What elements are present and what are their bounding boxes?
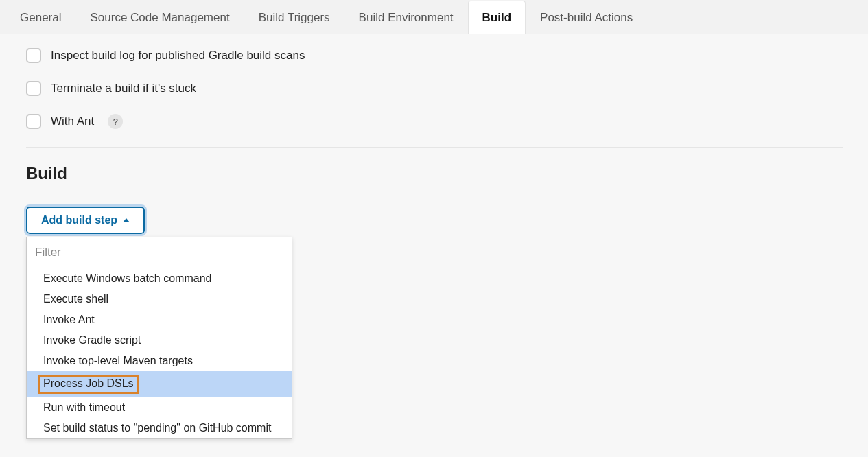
tab-build[interactable]: Build	[468, 1, 526, 34]
option-terminate-stuck: Terminate a build if it's stuck	[26, 81, 843, 96]
tab-post-build-actions[interactable]: Post-build Actions	[526, 1, 647, 34]
section-divider	[26, 147, 843, 148]
checkbox-inspect-build-log[interactable]	[26, 48, 41, 63]
build-step-option-list: Execute Windows batch commandExecute she…	[27, 268, 292, 438]
checkbox-terminate-stuck[interactable]	[26, 81, 41, 96]
label-terminate-stuck: Terminate a build if it's stuck	[51, 82, 196, 95]
build-step-option[interactable]: Process Job DSLs	[27, 371, 292, 397]
help-icon[interactable]: ?	[108, 114, 123, 129]
highlighted-option-annotation: Process Job DSLs	[38, 375, 139, 394]
add-build-step-label: Add build step	[41, 214, 117, 226]
build-section-title: Build	[26, 164, 843, 183]
build-step-option[interactable]: Run with timeout	[27, 397, 292, 418]
config-tabs: General Source Code Management Build Tri…	[0, 0, 868, 34]
tab-build-triggers[interactable]: Build Triggers	[244, 1, 344, 34]
tab-general[interactable]: General	[5, 1, 75, 34]
build-step-option[interactable]: Invoke Gradle script	[27, 330, 292, 351]
caret-up-icon	[123, 218, 130, 222]
add-build-step-control: Add build step Execute Windows batch com…	[26, 207, 145, 234]
tab-scm[interactable]: Source Code Management	[75, 1, 244, 34]
build-step-filter-input[interactable]	[27, 237, 292, 268]
build-step-option[interactable]: Invoke Ant	[27, 309, 292, 330]
build-step-option[interactable]: Set build status to "pending" on GitHub …	[27, 418, 292, 438]
checkbox-with-ant[interactable]	[26, 114, 41, 129]
build-step-option[interactable]: Execute Windows batch command	[27, 268, 292, 289]
build-tab-content: Inspect build log for published Gradle b…	[0, 34, 868, 234]
build-step-option[interactable]: Invoke top-level Maven targets	[27, 351, 292, 371]
label-inspect-build-log: Inspect build log for published Gradle b…	[51, 49, 305, 62]
option-inspect-build-log: Inspect build log for published Gradle b…	[26, 48, 843, 63]
build-step-dropdown: Execute Windows batch commandExecute she…	[26, 237, 292, 439]
option-with-ant: With Ant ?	[26, 114, 843, 129]
tab-build-environment[interactable]: Build Environment	[344, 1, 468, 34]
add-build-step-button[interactable]: Add build step	[26, 207, 145, 234]
build-step-option[interactable]: Execute shell	[27, 289, 292, 309]
label-with-ant: With Ant	[51, 115, 94, 128]
